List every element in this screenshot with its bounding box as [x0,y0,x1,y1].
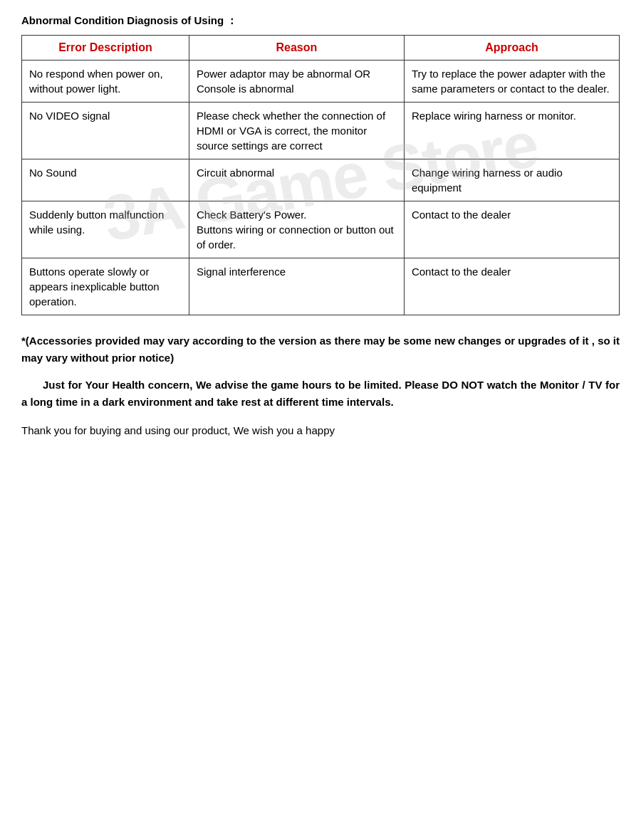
header-approach: Approach [404,36,619,61]
diagnosis-table-container: 3A Game Store Error Description Reason A… [21,35,620,315]
cell-error-4: Buttons operate slowly or appears inexpl… [22,258,189,315]
footnote-section: *(Accessories provided may vary accordin… [21,332,620,439]
cell-reason-0: Power adaptor may be abnormal OR Console… [189,61,404,103]
cell-error-3: Suddenly button malfunction while using. [22,201,189,258]
cell-approach-0: Try to replace the power adapter with th… [404,61,619,103]
table-row: No respond when power on, without power … [22,61,620,103]
cell-error-1: No VIDEO signal [22,103,189,159]
cell-approach-2: Change wiring harness or audio equipment [404,159,619,201]
cell-reason-3: Check Battery's Power.Buttons wiring or … [189,201,404,258]
footnote-thanks: Thank you for buying and using our produ… [21,422,620,439]
cell-reason-1: Please check whether the connection of H… [189,103,404,159]
footnote-asterisk: *(Accessories provided may vary accordin… [21,332,620,367]
cell-error-0: No respond when power on, without power … [22,61,189,103]
cell-approach-4: Contact to the dealer [404,258,619,315]
table-row: Suddenly button malfunction while using.… [22,201,620,258]
cell-approach-1: Replace wiring harness or monitor. [404,103,619,159]
table-header-row: Error Description Reason Approach [22,36,620,61]
cell-approach-3: Contact to the dealer [404,201,619,258]
cell-reason-2: Circuit abnormal [189,159,404,201]
table-row: No SoundCircuit abnormalChange wiring ha… [22,159,620,201]
footnote-health: Just for Your Health concern, We advise … [21,377,620,411]
cell-error-2: No Sound [22,159,189,201]
table-row: Buttons operate slowly or appears inexpl… [22,258,620,315]
cell-reason-4: Signal interference [189,258,404,315]
header-reason: Reason [189,36,404,61]
page-title: Abnormal Condition Diagnosis of Using ： [21,14,620,28]
header-error: Error Description [22,36,189,61]
diagnosis-table: Error Description Reason Approach No res… [21,35,620,315]
table-row: No VIDEO signalPlease check whether the … [22,103,620,159]
